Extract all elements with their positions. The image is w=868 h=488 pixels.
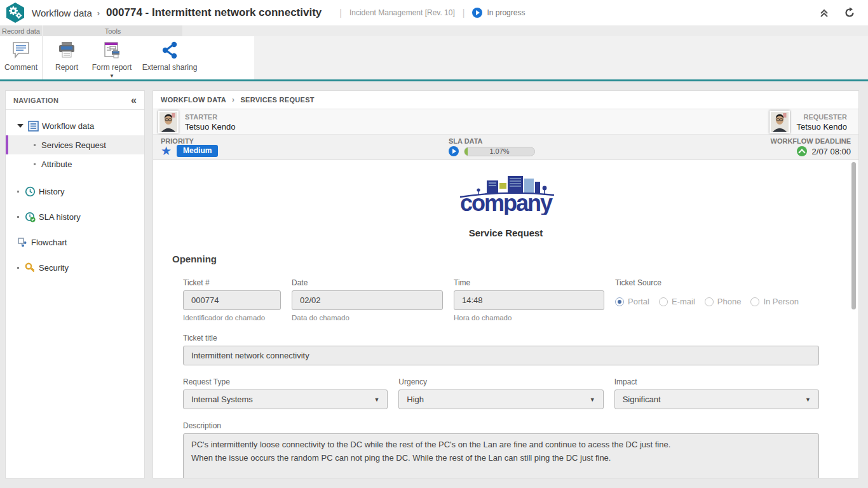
form-report-dropdown-caret-icon[interactable]: ▼ [109,75,114,78]
breadcrumb-services-request: SERVICES REQUEST [240,96,314,104]
vertical-scrollbar[interactable] [851,162,856,309]
starter-label: STARTER [185,112,236,122]
sidebar-item-security[interactable]: Security [6,255,144,280]
sidebar-item-sla-history[interactable]: SLA history [6,204,144,229]
time-helper: Hora do chamado [454,314,604,322]
sidebar-item-flowchart[interactable]: Flowchart [6,229,144,255]
impact-select[interactable]: Significant ▼ [614,390,819,409]
app-logo-icon [5,2,25,24]
urgency-select[interactable]: High ▼ [398,390,603,409]
sidebar-item-attribute[interactable]: Attribute [6,154,144,173]
comment-label: Comment [4,63,37,72]
ticket-number-helper: Identificador do chamado [183,314,281,322]
radio-portal[interactable]: Portal [615,297,649,306]
field-request-type: Request Type Internal Systems ▼ [183,377,388,409]
ribbon-group-tools: Tools [43,25,182,36]
form-report-icon [102,41,121,60]
sidebar-item-label: Security [39,263,69,273]
ticket-number-input[interactable]: 000774 [183,290,281,310]
bullet-icon [17,216,19,218]
tree-expand-caret-icon[interactable] [17,124,24,128]
report-button[interactable]: Report [46,36,87,79]
radio-selected-icon [615,297,624,306]
main-panel: WORKFLOW DATA › SERVICES REQUEST STARTER… [153,90,859,478]
sla-history-icon [25,212,36,222]
requester-label: REQUESTER [796,112,847,122]
sla-progress-value: 1.07% [489,147,509,155]
report-label: Report [55,63,78,72]
radio-label: Portal [628,297,649,306]
ticket-number-label: Ticket # [183,278,281,287]
sidebar-item-label: Attribute [41,159,72,169]
urgency-value: High [407,395,424,404]
sidebar-collapse-icon[interactable]: « [131,95,137,106]
form-title: Service Request [153,227,858,238]
sla-progress-fill [465,147,468,156]
comment-icon [11,41,31,60]
impact-value: Significant [623,395,661,404]
sidebar-item-label: Flowchart [31,238,67,247]
history-icon [25,186,36,197]
radio-in-person[interactable]: In Person [750,297,799,306]
sla-play-icon [449,146,459,156]
breadcrumb-workflow-data[interactable]: WORKFLOW DATA [161,96,226,104]
flowchart-icon [17,237,28,248]
deadline-value: 2/07 08:00 [812,147,851,156]
radio-email[interactable]: E-mail [659,297,695,306]
time-input[interactable]: 14:48 [454,290,604,310]
sidebar-item-services-request[interactable]: Services Request [6,135,144,154]
request-type-select[interactable]: Internal Systems ▼ [183,390,388,409]
collapse-header-icon[interactable] [818,7,830,18]
sla-label: SLA DATA [449,137,771,145]
breadcrumb-chevron-icon: › [232,95,234,104]
date-input[interactable]: 02/02 [292,290,443,310]
top-bar: Workflow data › 000774 - Intermittent ne… [0,0,868,25]
field-ticket-source: Ticket Source Portal E-mail [615,278,819,322]
bullet-icon [34,163,36,165]
breadcrumb: WORKFLOW DATA › SERVICES REQUEST [153,91,858,109]
share-icon [161,41,179,60]
radio-label: Phone [717,297,742,306]
refresh-icon[interactable] [844,7,855,18]
radio-phone[interactable]: Phone [705,297,742,306]
comment-button[interactable]: Comment [0,36,42,79]
navigation-sidebar: NAVIGATION « Workflow data Services Requ… [5,90,145,478]
company-logo-text: company [460,190,553,215]
key-icon [25,262,36,273]
ticket-title-label: Ticket title [183,334,819,342]
ribbon-toolbar: Comment Report [0,36,868,81]
ribbon-group-record-data: Record data [0,25,42,36]
ribbon-group-labels: Record data Tools [0,25,868,36]
sidebar-item-history[interactable]: History [6,179,144,204]
field-urgency: Urgency High ▼ [398,377,603,409]
status-label: In progress [487,8,525,17]
page-title: 000774 - Intermittent network connectivi… [106,6,322,19]
field-ticket-title: Ticket title Intermittent network connec… [183,334,819,365]
form-report-label: Form report [92,63,132,72]
in-progress-icon [472,8,482,18]
ticket-title-input[interactable]: Intermittent network connectivity [183,346,819,365]
request-type-label: Request Type [183,377,388,386]
people-row: STARTER Tetsuo Kendo REQUESTER Tetsuo Ke… [153,109,858,135]
external-sharing-button[interactable]: External sharing [137,36,203,79]
field-ticket-number: Ticket # 000774 Identificador do chamado [183,278,281,322]
breadcrumb-root[interactable]: Workflow data [32,8,92,18]
chevron-down-icon: ▼ [590,396,595,403]
request-type-value: Internal Systems [191,395,253,404]
requester-avatar [770,111,790,133]
status-row: PRIORITY ★ Medium SLA DATA 1.07% WORKFLO… [153,135,858,160]
form-report-button[interactable]: Form report ▼ [87,36,137,79]
sidebar-item-label: Workflow data [42,121,94,131]
printer-icon [57,41,76,60]
description-textarea[interactable]: PC's intermittently loose connectivity t… [183,433,819,478]
priority-star-icon: ★ [161,146,172,156]
sidebar-item-workflow-data[interactable]: Workflow data [6,116,144,135]
chevron-down-icon: ▼ [805,396,811,403]
sidebar-item-label: SLA history [39,212,81,222]
field-description: Description PC's intermittently loose co… [183,421,819,478]
field-time: Time 14:48 Hora do chamado [454,278,604,322]
time-label: Time [454,278,604,287]
date-label: Date [292,278,443,287]
radio-icon [750,297,759,306]
deadline-up-icon [797,146,807,156]
